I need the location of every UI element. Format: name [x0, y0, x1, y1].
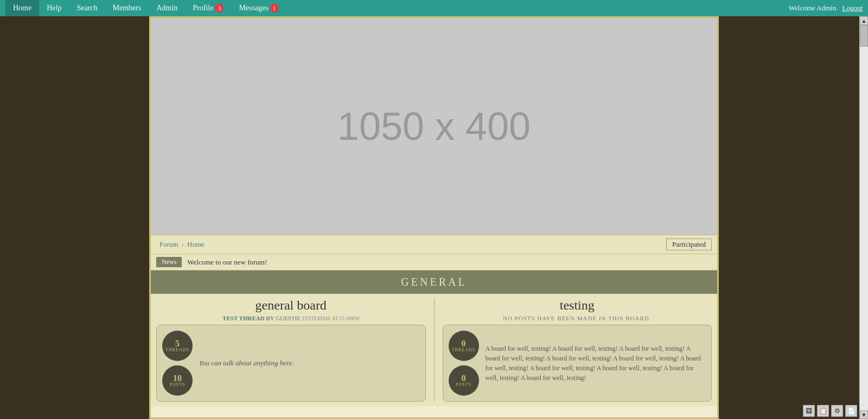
- scroll-track[interactable]: [860, 25, 868, 410]
- board-panel-testing: testing NO POSTS HAVE BEEN MADE IN THIS …: [437, 298, 718, 402]
- messages-badge: 1: [270, 4, 279, 12]
- bottom-icon-3[interactable]: ⚙: [831, 405, 843, 417]
- boards-row: general board TEST THREAD BY GUESTIE YES…: [151, 294, 717, 406]
- nav-home[interactable]: Home: [5, 0, 39, 16]
- board-last-post-general: TEST THREAD BY GUESTIE YESTERDAY AT 11:0…: [222, 315, 359, 321]
- board-title-testing[interactable]: testing: [560, 298, 595, 313]
- bottom-icon-2[interactable]: 📋: [817, 405, 829, 417]
- banner-size-label: 1050 x 400: [337, 104, 531, 149]
- scroll-up-button[interactable]: ▲: [860, 16, 868, 25]
- nav-admin[interactable]: Admin: [149, 0, 185, 16]
- section-header-general: GENERAL: [151, 270, 717, 294]
- board-panel-general: general board TEST THREAD BY GUESTIE YES…: [151, 298, 431, 402]
- nav-members[interactable]: Members: [105, 0, 149, 16]
- board-description-testing: A board for well, testing! A board for w…: [486, 344, 706, 383]
- board-divider: [434, 298, 435, 402]
- threads-stat-testing: 0 THREADS: [449, 331, 479, 361]
- last-post-user[interactable]: GUESTIE: [276, 315, 301, 321]
- banner-image: 1050 x 400: [151, 18, 717, 235]
- threads-stat-general: 5 THREADS: [162, 331, 193, 361]
- participated-button[interactable]: Participated: [666, 238, 712, 250]
- welcome-text: Welcome Admin.: [789, 4, 838, 12]
- last-post-time: YESTERDAY AT 11:09PM: [302, 315, 360, 321]
- top-navigation: Home Help Search Members Admin Profile 3…: [0, 0, 868, 16]
- page-scrollbar[interactable]: ▲ ▼: [859, 16, 868, 419]
- posts-stat-testing: 0 POSTS: [449, 365, 479, 396]
- posts-stat-general: 10 POSTS: [162, 365, 193, 396]
- news-label: News: [156, 257, 182, 267]
- news-text: Welcome to our new forum!: [187, 258, 267, 267]
- breadcrumb-bar: Forum › Home Participated: [151, 235, 717, 254]
- board-card-general: 5 THREADS 10 POSTS You can talk about an…: [156, 325, 426, 402]
- logout-link[interactable]: Logout: [842, 4, 863, 12]
- breadcrumb-forum[interactable]: Forum: [156, 240, 182, 249]
- content-wrapper: 1050 x 400 Forum › Home Participated New…: [149, 16, 719, 419]
- profile-badge: 3: [215, 4, 224, 12]
- last-post-by: BY: [266, 315, 276, 321]
- board-stats-testing: 0 THREADS 0 POSTS: [449, 331, 479, 396]
- nav-search[interactable]: Search: [69, 0, 105, 16]
- board-stats-general: 5 THREADS 10 POSTS: [162, 331, 193, 396]
- news-bar: News Welcome to our new forum!: [151, 254, 717, 270]
- nav-help[interactable]: Help: [39, 0, 69, 16]
- bottom-icons-bar: 🖼 📋 ⚙ 📄: [803, 405, 857, 417]
- board-description-general: You can talk about anything here.: [199, 359, 294, 368]
- board-card-testing: 0 THREADS 0 POSTS A board for well, test…: [443, 325, 712, 402]
- last-post-thread[interactable]: TEST THREAD: [222, 315, 265, 321]
- scroll-thumb[interactable]: [860, 25, 868, 47]
- bottom-icon-4[interactable]: 📄: [845, 405, 857, 417]
- scroll-down-button[interactable]: ▼: [860, 410, 868, 419]
- nav-right-area: Welcome Admin. Logout: [789, 4, 863, 12]
- bottom-icon-1[interactable]: 🖼: [803, 405, 815, 417]
- nav-profile[interactable]: Profile 3: [185, 0, 231, 16]
- nav-messages[interactable]: Messages 1: [231, 0, 286, 16]
- breadcrumb-home[interactable]: Home: [184, 240, 208, 249]
- board-title-general[interactable]: general board: [256, 298, 327, 313]
- board-no-posts-testing: NO POSTS HAVE BEEN MADE IN THIS BOARD.: [503, 315, 652, 321]
